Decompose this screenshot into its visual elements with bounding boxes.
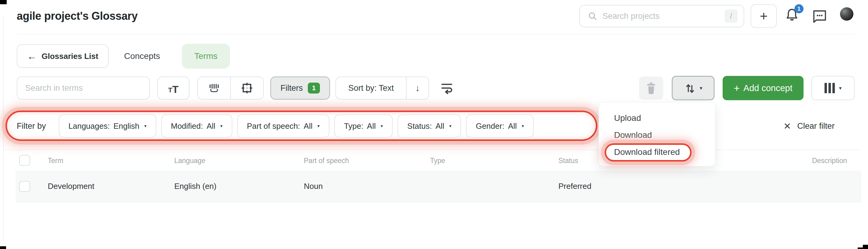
table-header-row: Term Language Part of speech Type Status… bbox=[4, 150, 861, 171]
sort-controls: Sort by: Text ↓ bbox=[336, 76, 429, 100]
filter-status[interactable]: Status: All ▾ bbox=[398, 114, 461, 138]
glossary-page: agile project's Glossary / + 1 ← Glossar… bbox=[0, 0, 868, 249]
arrow-left-icon: ← bbox=[27, 51, 37, 62]
frame-match-button[interactable] bbox=[230, 77, 263, 99]
cell-status: Preferred bbox=[558, 182, 591, 191]
filter-type[interactable]: Type: All ▾ bbox=[334, 114, 393, 138]
wrap-text-button[interactable] bbox=[440, 82, 453, 94]
caret-down-icon: ▾ bbox=[700, 85, 703, 92]
close-icon: ✕ bbox=[783, 121, 791, 132]
menu-item-upload[interactable]: Upload bbox=[599, 110, 715, 127]
tab-concepts[interactable]: Concepts bbox=[124, 44, 160, 68]
caret-down-icon: ▾ bbox=[144, 123, 147, 129]
columns-menu-button[interactable]: ▾ bbox=[811, 76, 855, 100]
search-icon bbox=[588, 11, 597, 21]
select-all-checkbox[interactable] bbox=[19, 155, 30, 166]
back-to-glossaries-button[interactable]: ← Glossaries List bbox=[17, 44, 108, 68]
search-shortcut-badge: / bbox=[725, 9, 738, 23]
terms-search-input[interactable] bbox=[25, 83, 142, 93]
tab-terms[interactable]: Terms bbox=[182, 44, 230, 69]
col-header-term[interactable]: Term bbox=[48, 157, 63, 165]
user-avatar[interactable] bbox=[840, 7, 854, 21]
caret-down-icon: ▾ bbox=[381, 123, 383, 129]
cell-term: Development bbox=[48, 182, 94, 191]
menu-item-download-filtered[interactable]: Download filtered bbox=[599, 144, 715, 161]
table-row[interactable]: Development English (en) Noun Preferred bbox=[16, 171, 861, 202]
create-new-button[interactable]: + bbox=[751, 4, 777, 28]
filter-bar: Filter by Languages: English ▾ Modified:… bbox=[17, 114, 534, 138]
match-mode-buttons bbox=[197, 76, 264, 100]
header-divider bbox=[17, 34, 855, 34]
col-header-description[interactable]: Description bbox=[812, 157, 847, 165]
col-header-status[interactable]: Status bbox=[558, 157, 578, 165]
trash-icon bbox=[645, 82, 657, 95]
marker-top-left bbox=[0, 0, 7, 4]
columns-icon bbox=[825, 83, 835, 93]
marker-bottom-left bbox=[0, 246, 6, 249]
filters-button[interactable]: Filters 1 bbox=[270, 76, 330, 100]
filter-by-label: Filter by bbox=[17, 121, 46, 131]
caret-down-icon: ▾ bbox=[220, 123, 223, 129]
page-title: agile project's Glossary bbox=[17, 10, 138, 23]
project-search[interactable]: / bbox=[579, 5, 744, 27]
project-search-input[interactable] bbox=[602, 11, 725, 21]
caret-down-icon: ▾ bbox=[522, 123, 524, 129]
barcode-icon bbox=[208, 82, 220, 94]
plus-icon: + bbox=[734, 82, 740, 94]
filters-count-badge: 1 bbox=[308, 82, 320, 94]
card-left-edge bbox=[3, 17, 4, 241]
crop-frame-icon bbox=[241, 82, 253, 95]
col-header-part-of-speech[interactable]: Part of speech bbox=[304, 157, 349, 165]
filter-part-of-speech[interactable]: Part of speech: All ▾ bbox=[237, 114, 330, 138]
upload-download-menu-button[interactable]: ▾ bbox=[672, 76, 714, 100]
col-header-type[interactable]: Type bbox=[430, 157, 445, 165]
up-down-arrows-icon bbox=[684, 82, 696, 94]
clear-filter-button[interactable]: ✕ Clear filter bbox=[783, 114, 835, 138]
caret-down-icon: ▾ bbox=[449, 123, 452, 129]
upload-download-menu: Upload Download Download filtered bbox=[598, 102, 715, 167]
filter-languages[interactable]: Languages: English ▾ bbox=[59, 114, 156, 138]
menu-item-download[interactable]: Download bbox=[599, 127, 715, 144]
wrap-text-icon bbox=[440, 82, 453, 94]
row-checkbox[interactable] bbox=[19, 181, 30, 192]
case-sensitivity-button[interactable]: TT bbox=[157, 76, 189, 100]
feedback-button[interactable] bbox=[811, 9, 827, 24]
clear-filter-label: Clear filter bbox=[797, 121, 835, 131]
filter-modified[interactable]: Modified: All ▾ bbox=[161, 114, 232, 138]
exact-match-button[interactable] bbox=[198, 77, 230, 99]
plus-icon: + bbox=[760, 8, 768, 24]
notifications-button[interactable]: 1 bbox=[785, 7, 802, 26]
back-button-label: Glossaries List bbox=[42, 51, 98, 61]
notification-count-badge: 1 bbox=[795, 4, 804, 13]
cell-language: English (en) bbox=[174, 182, 217, 191]
chat-icon bbox=[811, 9, 827, 24]
filter-gender[interactable]: Gender: All ▾ bbox=[466, 114, 533, 138]
case-icon: T bbox=[168, 86, 172, 94]
arrow-down-icon: ↓ bbox=[415, 83, 420, 93]
sort-direction-button[interactable]: ↓ bbox=[406, 77, 429, 99]
sort-by-button[interactable]: Sort by: Text bbox=[336, 77, 406, 99]
terms-search[interactable] bbox=[17, 76, 150, 100]
col-header-language[interactable]: Language bbox=[174, 157, 205, 165]
add-concept-label: Add concept bbox=[743, 83, 792, 93]
caret-down-icon: ▾ bbox=[317, 123, 320, 129]
delete-button[interactable] bbox=[639, 76, 663, 100]
filters-button-label: Filters bbox=[280, 83, 303, 93]
marker-bottom-right-2 bbox=[858, 247, 868, 249]
add-concept-button[interactable]: + Add concept bbox=[723, 76, 804, 100]
caret-down-icon: ▾ bbox=[839, 85, 842, 92]
cell-part-of-speech: Noun bbox=[304, 182, 323, 191]
